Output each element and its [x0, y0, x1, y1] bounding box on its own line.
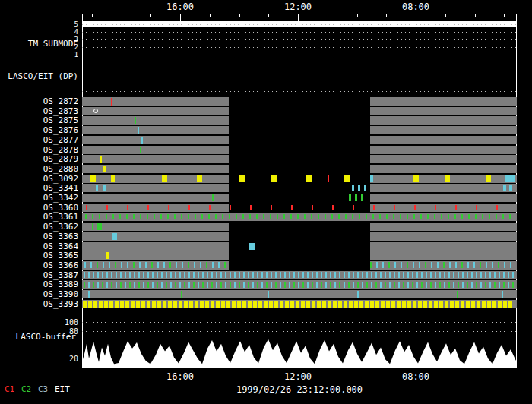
os-row-label: OS_3389 — [0, 279, 78, 289]
os-event — [115, 262, 116, 268]
os-event — [338, 301, 342, 308]
submode-gridline — [82, 24, 517, 25]
os-event — [348, 282, 350, 288]
time-label-top-0: 16:00 — [161, 2, 199, 12]
os-event — [216, 301, 220, 308]
os-event — [298, 272, 299, 278]
axis-tick-top — [445, 14, 446, 17]
os-event — [188, 205, 190, 210]
os-row-band — [82, 146, 229, 154]
os-row-band — [82, 290, 517, 298]
os-row-band — [370, 204, 517, 212]
os-event — [188, 214, 189, 219]
os-event — [370, 262, 372, 268]
os-event — [427, 214, 429, 219]
os-event — [398, 282, 400, 288]
os-event — [170, 272, 172, 278]
os-event — [120, 301, 124, 308]
time-label-bottom-0: 16:00 — [161, 371, 199, 382]
os-event — [157, 272, 158, 278]
os-event — [421, 282, 423, 288]
os-event — [147, 205, 149, 210]
os-event — [250, 205, 252, 210]
os-event — [179, 282, 181, 288]
os-event — [344, 272, 345, 278]
os-event — [357, 291, 359, 298]
os-event — [437, 262, 439, 268]
os-event — [280, 301, 283, 308]
os-event — [193, 272, 195, 278]
os-event — [106, 272, 108, 278]
os-event — [401, 262, 402, 268]
os-event — [109, 301, 113, 308]
os-event — [357, 282, 359, 288]
os-event — [476, 205, 477, 210]
os-event — [344, 301, 347, 308]
os-event — [361, 194, 363, 201]
os-row-band — [82, 155, 229, 163]
os-event — [489, 214, 490, 219]
os-event — [106, 282, 108, 288]
os-event — [307, 272, 309, 278]
os-event — [277, 214, 278, 219]
os-row-label: OS_3361 — [0, 212, 78, 222]
os-event — [269, 301, 273, 308]
os-event — [161, 272, 163, 278]
axis-tick-top — [386, 14, 387, 17]
os-event — [99, 301, 103, 308]
os-event — [176, 262, 177, 268]
time-label-top-2: 08:00 — [397, 2, 435, 12]
submode-level-label: 5 — [0, 21, 78, 28]
os-row-band — [82, 242, 229, 251]
os-event — [426, 272, 427, 278]
os-event — [207, 272, 208, 278]
os-event — [112, 214, 114, 219]
os-event — [366, 282, 368, 288]
os-row-band — [82, 107, 229, 115]
os-event — [275, 272, 277, 278]
os-event — [249, 243, 255, 250]
os-event — [285, 301, 289, 308]
os-event — [243, 272, 245, 278]
submode-level-label: 3 — [0, 36, 78, 43]
os-event — [354, 301, 358, 308]
os-event — [328, 175, 329, 182]
os-row-label: OS_3362 — [0, 222, 78, 232]
os-event — [339, 272, 340, 278]
os-event — [407, 301, 411, 308]
os-event — [448, 214, 449, 219]
os-event — [221, 301, 225, 308]
os-event — [280, 272, 281, 278]
os-event — [141, 137, 143, 144]
os-event — [139, 262, 141, 268]
os-event — [352, 214, 353, 219]
os-event — [393, 214, 394, 219]
os-event — [386, 301, 390, 308]
os-event — [222, 214, 223, 219]
os-event — [510, 262, 511, 268]
os-event — [394, 205, 395, 210]
os-event — [248, 282, 249, 288]
os-row-label: OS_2880 — [0, 164, 78, 174]
os-event — [413, 175, 419, 182]
os-row-band — [370, 136, 517, 144]
os-event — [152, 272, 154, 278]
os-event — [93, 301, 97, 308]
os-event — [274, 301, 278, 308]
os-event — [290, 214, 292, 219]
os-event — [416, 272, 418, 278]
axis-tick-top — [416, 14, 416, 21]
os-event — [505, 175, 515, 182]
os-event — [88, 291, 90, 298]
os-event — [237, 301, 241, 308]
axis-tick-top — [268, 14, 269, 17]
os-event — [503, 272, 505, 278]
os-event — [257, 282, 258, 288]
os-row-label: OS_3387 — [0, 270, 78, 280]
os-event — [169, 262, 171, 268]
buffer-ytick-label: 20 — [0, 355, 78, 363]
os-event — [504, 262, 505, 268]
os-event — [179, 301, 182, 308]
os-event — [145, 262, 147, 268]
os-event — [225, 272, 226, 278]
